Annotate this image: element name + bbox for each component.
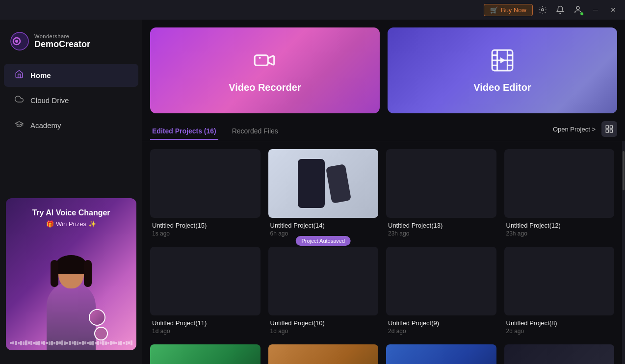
project-thumbnail-10 <box>268 247 379 315</box>
video-recorder-label: Video Recorder <box>229 82 301 93</box>
promo-title: Try AI Voice Changer <box>32 208 110 218</box>
project-name-11: Untitled Project(11) <box>152 319 259 327</box>
projects-area: Untitled Project(15) 1s ago Untitled Pro… <box>142 141 625 364</box>
video-editor-card[interactable]: Video Editor <box>388 27 617 113</box>
autosaved-badge: Project Autosaved <box>295 236 351 246</box>
grid-icon <box>605 125 614 133</box>
video-editor-label: Video Editor <box>473 82 531 93</box>
promo-waveform: // generate wave bars inline const heigh… <box>10 339 132 346</box>
project-card-bottom-4[interactable]: Untitled Project(8) 2d ago <box>504 344 615 364</box>
project-thumbnail-bottom-2 <box>268 344 379 364</box>
bell-icon <box>556 5 565 14</box>
main-layout: Wondershare DemoCreator Home Cloud Drive <box>0 20 625 364</box>
project-card-8[interactable]: Untitled Project(8) 2d ago <box>504 247 615 337</box>
project-thumbnail-15 <box>150 149 260 218</box>
gear-icon <box>538 5 547 14</box>
video-recorder-icon <box>253 48 277 77</box>
svg-rect-19 <box>610 130 613 132</box>
logo-product: DemoCreator <box>34 39 90 50</box>
sidebar-item-cloud-drive[interactable]: Cloud Drive <box>4 89 138 112</box>
title-bar-actions: 🛒 Buy Now ─ ✕ <box>484 2 621 18</box>
tabs-area: Edited Projects (16) Recorded Files Open… <box>142 113 625 141</box>
project-thumbnail-bottom-1 <box>150 344 260 364</box>
project-info-10: Untitled Project(10) 1d ago <box>268 315 379 337</box>
project-info-9: Untitled Project(9) 2d ago <box>386 315 496 337</box>
project-info-15: Untitled Project(15) 1s ago <box>150 218 260 239</box>
phone-big <box>298 159 325 208</box>
logo-text: Wondershare DemoCreator <box>34 33 90 50</box>
project-time-8: 2d ago <box>506 328 613 335</box>
project-thumbnail-bottom-3 <box>386 344 496 364</box>
grid-toggle-button[interactable] <box>601 121 617 137</box>
video-recorder-card[interactable]: Video Recorder <box>150 27 380 113</box>
project-info-11: Untitled Project(11) 1d ago <box>150 315 260 337</box>
projects-grid: Untitled Project(15) 1s ago Untitled Pro… <box>142 141 622 364</box>
project-time-15: 1s ago <box>152 230 259 237</box>
tab-edited-projects[interactable]: Edited Projects (16) <box>150 123 218 140</box>
svg-rect-5 <box>255 55 268 65</box>
project-name-13: Untitled Project(13) <box>388 222 495 229</box>
project-time-12: 23h ago <box>506 230 613 237</box>
tab-recorded-files-label: Recorded Files <box>232 127 278 135</box>
project-thumbnail-13 <box>386 149 496 218</box>
sidebar-item-home[interactable]: Home <box>4 64 138 87</box>
project-name-12: Untitled Project(12) <box>506 222 613 229</box>
tabs-right-actions: Open Project > <box>553 121 617 141</box>
promo-card[interactable]: Try AI Voice Changer 🎁 Win Prizes ✨ <box>6 198 136 350</box>
tab-recorded-files[interactable]: Recorded Files <box>230 123 280 140</box>
user-account-button[interactable] <box>570 2 586 18</box>
online-indicator <box>580 12 584 16</box>
project-time-9: 2d ago <box>388 328 495 335</box>
logo-area: Wondershare DemoCreator <box>0 27 142 63</box>
project-card-bottom-2[interactable]: Untitled Project(10) 1d ago <box>268 344 379 364</box>
phone-small <box>326 164 351 204</box>
sidebar: Wondershare DemoCreator Home Cloud Drive <box>0 20 142 364</box>
project-card-15[interactable]: Untitled Project(15) 1s ago <box>150 149 260 239</box>
svg-point-4 <box>15 40 18 43</box>
project-info-13: Untitled Project(13) 23h ago <box>386 218 496 239</box>
scroll-rail[interactable] <box>622 141 625 364</box>
project-card-12[interactable]: Untitled Project(12) 23h ago <box>504 149 615 239</box>
project-card-14[interactable]: Untitled Project(14) 6h ago Project Auto… <box>268 149 379 239</box>
close-button[interactable]: ✕ <box>605 2 621 18</box>
project-card-11[interactable]: Untitled Project(11) 1d ago <box>150 247 260 337</box>
tab-edited-projects-label: Edited Projects (16) <box>152 127 216 135</box>
svg-rect-17 <box>610 126 613 128</box>
minimize-button[interactable]: ─ <box>588 2 603 18</box>
buy-now-button[interactable]: 🛒 Buy Now <box>484 4 533 16</box>
project-thumbnail-bottom-4 <box>504 344 615 364</box>
project-thumbnail-14 <box>268 149 379 218</box>
project-thumbnail-8 <box>504 247 615 315</box>
sidebar-item-academy[interactable]: Academy <box>4 114 138 137</box>
academy-icon <box>14 120 25 131</box>
svg-point-0 <box>542 9 544 11</box>
project-card-13[interactable]: Untitled Project(13) 23h ago <box>386 149 496 239</box>
project-card-bottom-1[interactable]: Untitled Project(11) 1d ago <box>150 344 260 364</box>
notifications-button[interactable] <box>552 2 568 18</box>
phone-shapes <box>298 159 348 208</box>
logo-icon <box>10 31 29 51</box>
project-name-9: Untitled Project(9) <box>388 319 495 327</box>
settings-button[interactable] <box>535 2 550 18</box>
cart-icon: 🛒 <box>490 6 498 14</box>
sidebar-home-label: Home <box>30 71 51 79</box>
project-thumbnail-11 <box>150 247 260 315</box>
project-card-9[interactable]: Untitled Project(9) 2d ago <box>386 247 496 337</box>
project-name-8: Untitled Project(8) <box>506 319 613 327</box>
svg-marker-15 <box>500 57 505 63</box>
video-editor-icon <box>490 48 515 77</box>
project-name-14: Untitled Project(14) <box>270 222 377 229</box>
cloud-icon <box>14 95 25 106</box>
promo-person-graphic <box>6 242 136 350</box>
minimize-icon: ─ <box>593 6 598 14</box>
project-card-10[interactable]: Untitled Project(10) 1d ago <box>268 247 379 337</box>
svg-rect-16 <box>606 126 608 128</box>
open-project-link[interactable]: Open Project > <box>553 126 596 133</box>
svg-point-6 <box>259 56 261 58</box>
close-icon: ✕ <box>610 6 616 14</box>
sidebar-academy-label: Academy <box>30 121 61 130</box>
scroll-thumb[interactable] <box>623 151 625 190</box>
project-time-13: 23h ago <box>388 230 495 237</box>
project-thumbnail-9 <box>386 247 496 315</box>
project-card-bottom-3[interactable]: Untitled Project(9) 2d ago <box>386 344 496 364</box>
